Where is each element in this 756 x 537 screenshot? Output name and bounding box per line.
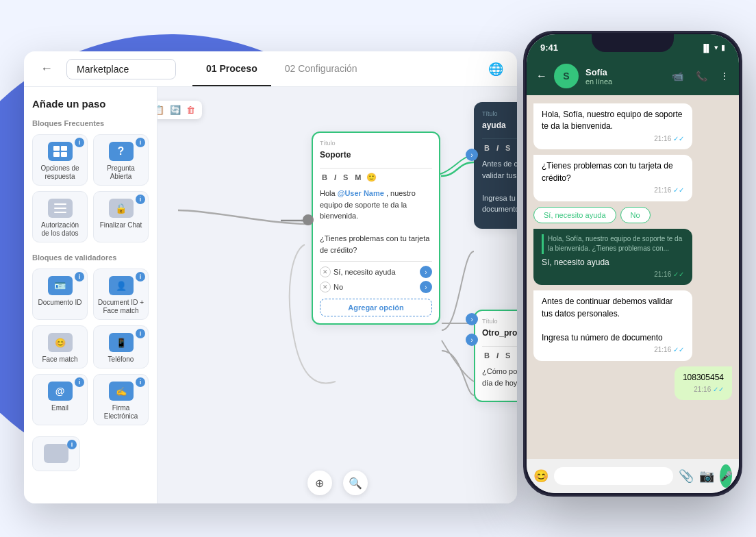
- option-2-close[interactable]: ✕: [320, 282, 331, 292]
- tb-bold[interactable]: B: [320, 173, 329, 182]
- tb-otro-bold[interactable]: B: [482, 351, 492, 360]
- wa-call-icon[interactable]: 📞: [696, 71, 707, 82]
- marketplace-input[interactable]: [66, 59, 176, 79]
- block-opciones[interactable]: i Opciones de respuesta: [32, 134, 88, 186]
- copy-control[interactable]: 📋: [158, 103, 166, 116]
- node-soporte-divider: [320, 168, 432, 168]
- block-telefono-badge: i: [136, 329, 145, 338]
- node-otro-toolbar: B I S M 🙂: [482, 351, 517, 360]
- bubble-3-check: ✓✓: [673, 271, 684, 278]
- emoji-button[interactable]: 😊: [533, 469, 549, 484]
- node-ayuda[interactable]: Título B I S M 🙂 Antes de continuar debe…: [474, 102, 517, 229]
- chat-input[interactable]: [554, 467, 673, 485]
- back-arrow[interactable]: ←: [536, 70, 547, 82]
- option-1-arrow[interactable]: ›: [420, 266, 432, 278]
- node-otro-title-label: Título: [482, 318, 517, 325]
- user-mention: @User Name: [338, 189, 384, 197]
- tb-italic[interactable]: I: [332, 173, 338, 182]
- node-soporte-title-input[interactable]: [320, 150, 432, 160]
- tb-otro-italic[interactable]: I: [494, 351, 501, 360]
- phone-status-icons: ▐▌ ▾ ▮: [701, 43, 725, 52]
- globe-icon[interactable]: 🌐: [488, 62, 503, 77]
- bubble-2-check: ✓✓: [673, 186, 684, 194]
- option-1-text: Sí, necesito ayuda: [333, 268, 417, 276]
- block-firma-icon: ✍: [109, 382, 134, 401]
- quick-reply-yes[interactable]: Sí, necesito ayuda: [533, 207, 616, 223]
- search-tool-btn[interactable]: 🔍: [343, 471, 368, 495]
- svg-rect-5: [54, 208, 66, 209]
- block-extra-icon: [44, 444, 68, 463]
- battery-icon: ▮: [721, 43, 725, 52]
- section-validators-label: Bloques de validadores: [32, 253, 149, 262]
- block-firma[interactable]: ✍ i Firma Electrónica: [93, 374, 149, 425]
- bubble-1-check: ✓✓: [673, 135, 684, 142]
- phone-mockup: 9:41 ▐▌ ▾ ▮ ← S Sofía en línea 📹 📞 ⋮ Hol…: [523, 31, 742, 497]
- block-autorizacion[interactable]: Autorización de los datos: [32, 191, 88, 242]
- block-docid-face[interactable]: 👤 i Document ID + Face match: [93, 268, 149, 320]
- wa-video-icon[interactable]: 📹: [672, 71, 683, 82]
- node-otro[interactable]: Título B I S M 🙂 ¿Cómo podemos ayudarte …: [474, 310, 517, 402]
- node-ayuda-content: Antes de continuar debemos validar tus d…: [482, 158, 517, 215]
- phone-input-bar: 😊 📎 📷 🎤: [527, 459, 739, 493]
- camera-button[interactable]: 📷: [699, 469, 714, 484]
- svg-rect-0: [53, 146, 60, 151]
- block-docid-face-badge: i: [136, 272, 145, 282]
- block-opciones-badge: i: [75, 138, 84, 147]
- tb-otro-mono[interactable]: M: [515, 351, 517, 360]
- tab-bar: 01 Proceso 02 Configuración: [192, 52, 371, 86]
- bubble-3-quote: Hola, Sofía, nuestro equipo de soporte t…: [542, 234, 684, 254]
- node-soporte-title-label: Título: [320, 140, 432, 147]
- block-face-icon: 😊: [48, 333, 73, 352]
- wa-menu-icon[interactable]: ⋮: [720, 71, 729, 82]
- mic-button[interactable]: 🎤: [720, 464, 732, 488]
- node-ayuda-title-input[interactable]: [482, 121, 517, 130]
- tb-mono[interactable]: M: [353, 173, 363, 182]
- block-docid-icon: 🪪: [48, 276, 73, 295]
- block-pregunta[interactable]: ? i Pregunta Abierta: [93, 134, 149, 186]
- quick-reply-no[interactable]: No: [620, 207, 651, 223]
- block-telefono[interactable]: 📱 i Teléfono: [93, 325, 149, 369]
- block-extra[interactable]: i: [32, 436, 80, 471]
- block-pregunta-icon: ?: [109, 142, 134, 161]
- tb-ayuda-mono[interactable]: M: [515, 143, 517, 153]
- tab-proceso[interactable]: 01 Proceso: [192, 52, 271, 86]
- chat-area: Hola, Sofía, nuestro equipo de soporte t…: [527, 95, 739, 459]
- tb-ayuda-italic[interactable]: I: [494, 143, 501, 153]
- tb-otro-strike[interactable]: S: [503, 351, 512, 360]
- node-otro-content: ¿Cómo podemos ayudarte el día de hoy?: [482, 366, 517, 388]
- sidebar: Añade un paso Bloques Frecuentes i Opcio…: [24, 87, 158, 503]
- canvas-toolbar: ⊕ 🔍: [307, 471, 368, 495]
- block-docid[interactable]: 🪪 i Documento ID: [32, 268, 88, 320]
- option-2-arrow[interactable]: ›: [420, 281, 432, 293]
- node-controls: 📋 🔄 🗑: [158, 101, 202, 119]
- tb-emoji[interactable]: 🙂: [366, 173, 377, 182]
- node-soporte[interactable]: Título B I S M 🙂 Hola @User Name , nuest…: [312, 132, 440, 325]
- block-opciones-icon: [48, 142, 73, 161]
- block-email[interactable]: @ i Email: [32, 374, 88, 425]
- block-finalizar[interactable]: 🔒 i Finalizar Chat: [93, 191, 149, 242]
- soporte-to-ayuda-dot: ›: [466, 149, 478, 161]
- refresh-control[interactable]: 🔄: [168, 103, 182, 116]
- block-email-icon: @: [48, 382, 73, 401]
- bubble-5-check: ✓✓: [713, 386, 724, 393]
- option-1-close[interactable]: ✕: [320, 266, 331, 277]
- add-tool-btn[interactable]: ⊕: [307, 471, 332, 495]
- add-option-button[interactable]: Agregar opción: [320, 299, 432, 316]
- node-otro-title-input[interactable]: [482, 328, 517, 338]
- tb-ayuda-strike[interactable]: S: [503, 143, 512, 153]
- option-row-1: ✕ Sí, necesito ayuda ›: [320, 266, 432, 278]
- delete-control[interactable]: 🗑: [185, 103, 197, 116]
- back-button[interactable]: ←: [38, 59, 55, 79]
- tb-ayuda-bold[interactable]: B: [482, 143, 492, 153]
- wa-header-info: Sofía en línea: [585, 67, 665, 86]
- node-ayuda-divider: [482, 138, 517, 139]
- block-firma-label: Firma Electrónica: [98, 404, 144, 421]
- attach-button[interactable]: 📎: [679, 469, 694, 484]
- tab-configuracion[interactable]: 02 Configuración: [271, 52, 371, 86]
- tb-strikethrough[interactable]: S: [341, 173, 350, 182]
- block-extra-badge: i: [67, 440, 77, 449]
- block-telefono-icon: 📱: [109, 333, 134, 352]
- block-face[interactable]: 😊 Face match: [32, 325, 88, 369]
- wa-status: en línea: [585, 77, 665, 86]
- bubble-2-text: ¿Tienes problemas con tu tarjeta de créd…: [542, 160, 684, 184]
